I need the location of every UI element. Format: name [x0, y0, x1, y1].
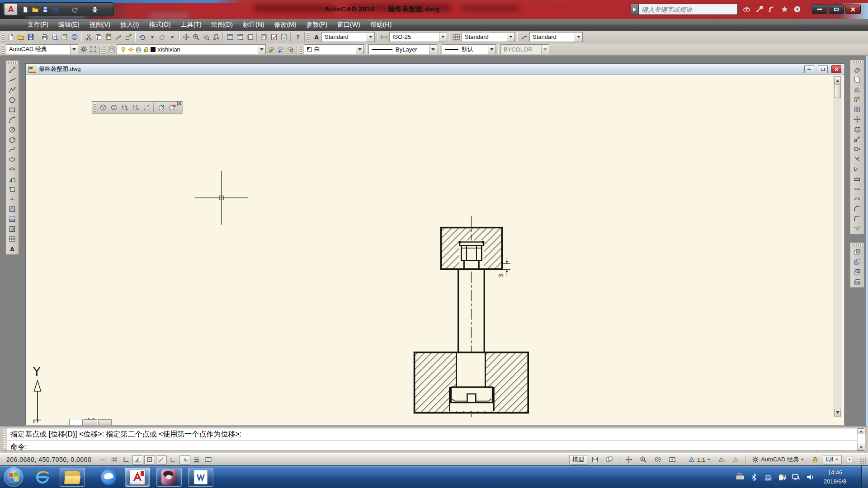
orbit-remove-icon[interactable]: [130, 102, 141, 113]
sheetset-manager-icon[interactable]: [259, 32, 269, 42]
break-at-point-icon[interactable]: [852, 174, 863, 183]
menu-item[interactable]: 帮助(H): [365, 19, 396, 30]
menu-item[interactable]: 编辑(E): [53, 19, 85, 30]
toolbar-grip[interactable]: [853, 244, 862, 246]
chevron-down-icon[interactable]: [801, 459, 804, 461]
osnap-toggle-icon[interactable]: [144, 455, 155, 465]
pan-icon[interactable]: [181, 32, 191, 42]
polygon-icon[interactable]: [7, 95, 18, 104]
cut-icon[interactable]: [84, 32, 93, 42]
toolbar-grip[interactable]: [94, 103, 96, 112]
keyboard-tray-icon[interactable]: [736, 473, 745, 482]
scale-icon[interactable]: [852, 134, 863, 144]
copy-icon[interactable]: [852, 75, 863, 84]
save-icon[interactable]: [26, 32, 35, 42]
rotate-icon[interactable]: [852, 124, 863, 134]
undo-dropdown-icon[interactable]: [147, 32, 157, 42]
circle-icon[interactable]: [7, 125, 18, 134]
layout-tabstrip[interactable]: [69, 419, 112, 425]
mleader-style-combo[interactable]: Standard: [529, 32, 583, 42]
layout2-tab[interactable]: [98, 419, 112, 425]
orbit-add-icon[interactable]: [119, 102, 130, 113]
spline-icon[interactable]: [7, 145, 18, 154]
erase-icon[interactable]: [852, 65, 863, 74]
ducs-toggle-icon[interactable]: [168, 455, 179, 465]
toolbar-grip[interactable]: [103, 45, 105, 54]
search-input[interactable]: [639, 4, 737, 14]
volume-tray-icon[interactable]: [806, 473, 815, 482]
dim-style-combo[interactable]: ISO-25: [389, 32, 447, 42]
start-button[interactable]: [4, 467, 24, 487]
properties-icon[interactable]: [225, 32, 235, 42]
chevron-down-icon[interactable]: [70, 45, 78, 54]
revision-cloud-icon[interactable]: [7, 135, 18, 144]
doc-close-button[interactable]: [831, 65, 841, 73]
bring-above-icon[interactable]: [852, 267, 863, 277]
quickcalc-icon[interactable]: [279, 32, 288, 42]
resize-grip[interactable]: [860, 458, 866, 465]
clean-screen-button[interactable]: [843, 455, 856, 465]
layer-properties-manager-icon[interactable]: [107, 44, 116, 54]
hatch-icon[interactable]: [7, 204, 18, 214]
vertical-scrollbar[interactable]: [834, 76, 841, 417]
make-block-icon[interactable]: [7, 184, 18, 194]
constrained-orbit-icon[interactable]: [98, 102, 108, 113]
lwt-toggle-icon[interactable]: [191, 455, 202, 465]
offset-icon[interactable]: [852, 94, 863, 104]
open-icon[interactable]: [16, 32, 25, 42]
break-icon[interactable]: [852, 184, 863, 193]
3d-dwf-icon[interactable]: [70, 32, 79, 42]
chevron-down-icon[interactable]: [835, 459, 838, 461]
scroll-up-button[interactable]: [834, 77, 841, 84]
join-icon[interactable]: [852, 194, 863, 203]
pan-button[interactable]: [622, 455, 636, 465]
send-to-back-icon[interactable]: [852, 257, 863, 267]
grid-toggle-icon[interactable]: [109, 455, 120, 465]
menu-item[interactable]: 修改(M): [269, 19, 301, 30]
block-editor-icon[interactable]: [123, 32, 133, 42]
workspace-switch-button[interactable]: AutoCAD 经典: [749, 455, 807, 465]
lineweight-combo[interactable]: 默认: [442, 44, 496, 54]
table-icon[interactable]: [7, 234, 18, 244]
toolbar-grip[interactable]: [2, 45, 4, 54]
command-scrollbar[interactable]: [857, 428, 865, 450]
layer-plot-icon[interactable]: [135, 46, 142, 53]
text-style-combo[interactable]: Standard: [321, 32, 375, 42]
orbit-draw-icon[interactable]: [156, 102, 166, 113]
favorites-icon[interactable]: [780, 5, 789, 14]
drawing-canvas[interactable]: 3 Y X: [26, 75, 844, 425]
ortho-toggle-icon[interactable]: [121, 455, 132, 465]
anime-app-taskbar-button[interactable]: [156, 468, 182, 487]
gradient-icon[interactable]: [7, 214, 18, 224]
annotation-autoscale-button[interactable]: [729, 455, 743, 465]
chevron-down-icon[interactable]: [258, 45, 265, 54]
construction-line-icon[interactable]: [7, 75, 18, 84]
power-tray-icon[interactable]: [778, 473, 787, 482]
layer-on-icon[interactable]: [120, 46, 127, 53]
orbit-disabled-icon[interactable]: [141, 102, 151, 113]
tool-palettes-icon[interactable]: [245, 32, 255, 42]
help-icon[interactable]: [293, 32, 302, 42]
insert-block-icon[interactable]: [7, 174, 18, 184]
maximize-button[interactable]: [829, 5, 844, 14]
undo-icon[interactable]: [137, 32, 147, 42]
move-icon[interactable]: [852, 114, 863, 124]
make-object-layer-current-icon[interactable]: [266, 44, 276, 54]
point-icon[interactable]: [7, 194, 18, 204]
menu-item[interactable]: 文件(F): [23, 19, 53, 30]
my-workspace-icon[interactable]: [88, 44, 98, 54]
menu-item[interactable]: 窗口(W): [332, 19, 365, 30]
mirror-icon[interactable]: [852, 84, 863, 94]
trim-icon[interactable]: [852, 154, 863, 164]
showmotion-button[interactable]: [665, 455, 679, 465]
coordinate-readout[interactable]: 206.0680, 450.7050, 0.0000: [0, 456, 97, 463]
command-window-grip[interactable]: [3, 428, 7, 450]
menu-item[interactable]: 标注(N): [238, 19, 269, 30]
multiline-text-icon[interactable]: [7, 244, 18, 253]
layer-previous-icon[interactable]: [276, 44, 285, 54]
menu-item[interactable]: 视图(V): [85, 19, 116, 30]
explode-icon[interactable]: [852, 224, 863, 233]
fillet-icon[interactable]: [852, 214, 863, 223]
annotation-scale-button[interactable]: 1:1: [685, 455, 714, 465]
region-icon[interactable]: [7, 224, 18, 234]
